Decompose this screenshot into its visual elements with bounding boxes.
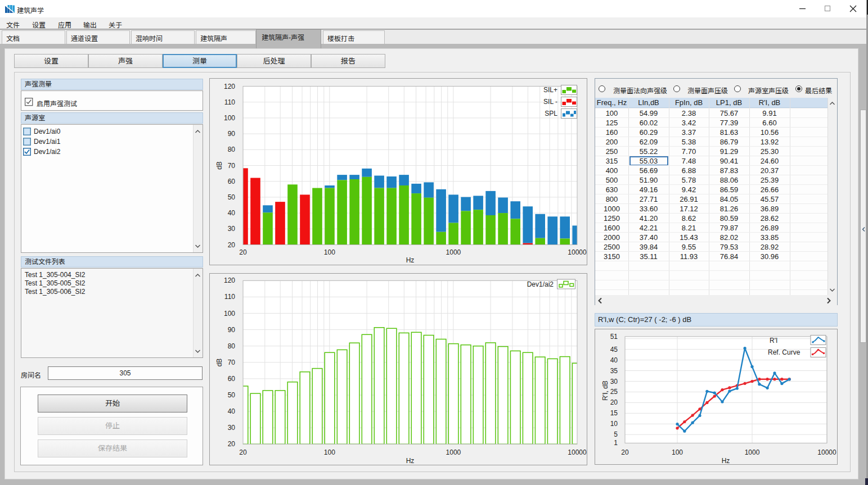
svg-text:Hz: Hz xyxy=(406,256,415,264)
svg-text:25: 25 xyxy=(610,388,618,396)
svg-text:1000: 1000 xyxy=(446,448,461,456)
svg-text:1000: 1000 xyxy=(745,448,760,456)
svg-text:80: 80 xyxy=(228,342,236,350)
svg-text:20: 20 xyxy=(610,398,618,406)
svg-text:110: 110 xyxy=(224,293,235,301)
svg-text:R'I: R'I xyxy=(770,337,777,345)
svg-text:Ref. Curve: Ref. Curve xyxy=(768,348,800,356)
svg-text:10000: 10000 xyxy=(817,448,836,456)
svg-text:20: 20 xyxy=(621,448,629,456)
svg-text:R'I, dB: R'I, dB xyxy=(601,380,609,401)
svg-text:Dev1/ai2: Dev1/ai2 xyxy=(527,280,554,288)
svg-text:10000: 10000 xyxy=(568,248,587,256)
svg-text:90: 90 xyxy=(228,130,236,138)
svg-text:45: 45 xyxy=(610,346,618,353)
svg-text:90: 90 xyxy=(228,326,236,334)
svg-text:100: 100 xyxy=(324,448,335,456)
svg-text:120: 120 xyxy=(224,277,235,284)
svg-text:1: 1 xyxy=(614,439,618,447)
svg-text:40: 40 xyxy=(228,209,236,217)
svg-text:1000: 1000 xyxy=(446,248,461,256)
svg-text:SIL+: SIL+ xyxy=(543,86,557,94)
svg-text:5: 5 xyxy=(614,430,618,438)
svg-text:30: 30 xyxy=(228,225,236,233)
svg-text:60: 60 xyxy=(228,375,236,383)
svg-text:40: 40 xyxy=(228,407,236,415)
svg-text:20: 20 xyxy=(228,241,236,249)
svg-text:100: 100 xyxy=(224,114,235,122)
svg-text:70: 70 xyxy=(228,359,236,366)
svg-text:60: 60 xyxy=(228,178,236,185)
svg-text:35: 35 xyxy=(610,367,618,375)
svg-text:20: 20 xyxy=(239,448,247,456)
svg-text:100: 100 xyxy=(672,448,683,456)
svg-text:20: 20 xyxy=(228,440,236,448)
svg-text:Hz: Hz xyxy=(722,457,730,465)
svg-text:10: 10 xyxy=(610,420,618,428)
svg-text:40: 40 xyxy=(610,356,618,364)
svg-text:70: 70 xyxy=(228,162,236,170)
svg-text:50: 50 xyxy=(228,391,236,399)
svg-text:20: 20 xyxy=(239,248,247,256)
svg-text:50: 50 xyxy=(228,193,236,201)
svg-text:100: 100 xyxy=(224,310,235,318)
svg-text:120: 120 xyxy=(224,83,235,90)
svg-text:15: 15 xyxy=(610,409,618,417)
svg-text:110: 110 xyxy=(224,98,235,106)
svg-text:dB: dB xyxy=(215,161,223,170)
svg-text:80: 80 xyxy=(228,146,236,153)
svg-text:Hz: Hz xyxy=(406,457,415,465)
svg-text:30: 30 xyxy=(610,378,618,386)
svg-text:30: 30 xyxy=(228,424,236,432)
svg-text:SIL -: SIL - xyxy=(543,98,557,106)
svg-text:100: 100 xyxy=(324,248,335,256)
svg-text:10000: 10000 xyxy=(568,448,587,456)
svg-text:51: 51 xyxy=(610,333,618,341)
svg-text:SPL: SPL xyxy=(545,110,557,117)
svg-text:dB: dB xyxy=(215,359,223,367)
